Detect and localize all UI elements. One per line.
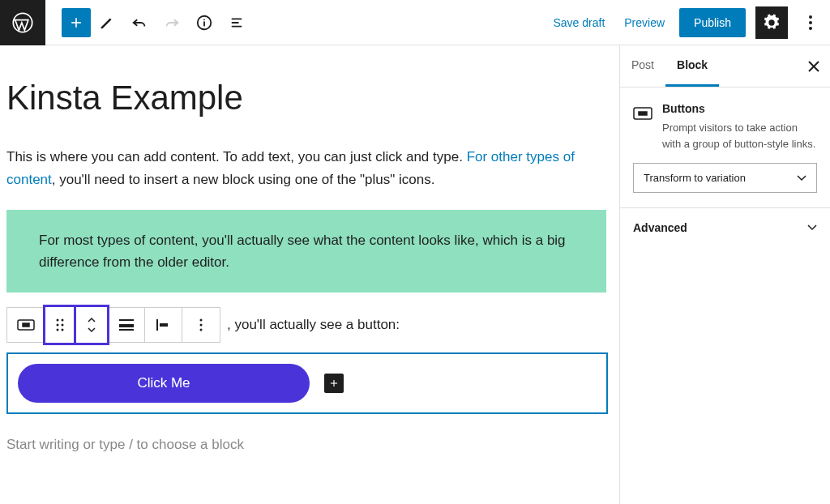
block-options-icon[interactable]: [182, 308, 220, 342]
svg-point-12: [61, 329, 63, 331]
block-mover-highlight: [43, 305, 109, 345]
save-draft-button[interactable]: Save draft: [548, 10, 610, 36]
svg-point-10: [61, 324, 63, 327]
svg-rect-17: [160, 323, 168, 327]
svg-rect-14: [119, 324, 134, 327]
svg-point-2: [809, 15, 812, 19]
drag-handle-icon[interactable]: [45, 307, 76, 343]
button-element[interactable]: Click Me: [18, 364, 310, 403]
buttons-block[interactable]: Click Me: [6, 352, 608, 414]
sidebar-tabs: Post Block: [620, 45, 830, 88]
settings-button[interactable]: [755, 6, 788, 39]
inline-text: , you'll actually see a button:: [227, 317, 400, 333]
block-toolbar: , you'll actually see a button:: [6, 307, 613, 343]
wordpress-logo[interactable]: [0, 0, 45, 45]
preview-button[interactable]: Preview: [619, 10, 670, 36]
tab-block[interactable]: Block: [665, 45, 719, 87]
paragraph-block[interactable]: This is where you can add content. To ad…: [6, 146, 606, 190]
redo-icon[interactable]: [157, 8, 186, 37]
svg-point-18: [200, 319, 203, 322]
svg-point-19: [200, 324, 203, 327]
svg-point-20: [200, 329, 203, 331]
svg-point-11: [56, 329, 58, 331]
block-name-label: Buttons: [662, 102, 817, 115]
svg-rect-16: [156, 319, 158, 331]
callout-block[interactable]: For most types of content, you'll actual…: [6, 210, 606, 293]
move-up-down-icon[interactable]: [76, 307, 107, 343]
align-icon[interactable]: [145, 308, 182, 342]
edit-mode-icon[interactable]: [92, 8, 122, 37]
add-block-button[interactable]: [62, 8, 91, 37]
svg-rect-15: [119, 329, 134, 331]
editor-topbar: Save draft Preview Publish: [0, 0, 830, 45]
svg-rect-22: [639, 112, 647, 115]
block-description: Prompt visitors to take action with a gr…: [662, 120, 817, 152]
settings-sidebar: Post Block Buttons Prompt visitors to ta…: [619, 45, 830, 504]
close-sidebar-icon[interactable]: [798, 45, 830, 87]
justify-icon[interactable]: [108, 308, 145, 342]
buttons-block-icon: [633, 104, 652, 123]
svg-point-4: [809, 27, 812, 30]
more-options-button[interactable]: [798, 6, 824, 39]
info-icon[interactable]: [190, 8, 219, 37]
publish-button[interactable]: Publish: [679, 8, 746, 37]
svg-point-3: [809, 21, 812, 24]
transform-variation-select[interactable]: Transform to variation: [633, 163, 817, 193]
svg-point-8: [61, 319, 63, 322]
svg-rect-6: [23, 323, 29, 327]
block-info-section: Buttons Prompt visitors to take action w…: [620, 88, 830, 208]
advanced-panel[interactable]: Advanced: [620, 208, 830, 247]
add-button-icon[interactable]: [324, 374, 344, 393]
post-title[interactable]: Kinsta Example: [6, 78, 613, 118]
empty-paragraph-placeholder[interactable]: Start writing or type / to choose a bloc…: [6, 437, 613, 453]
svg-point-7: [56, 319, 58, 322]
block-type-icon[interactable]: [7, 308, 45, 342]
svg-rect-13: [119, 319, 134, 321]
outline-icon[interactable]: [222, 8, 251, 37]
editor-canvas: Kinsta Example This is where you can add…: [0, 45, 619, 504]
undo-icon[interactable]: [125, 8, 154, 37]
svg-point-9: [56, 324, 58, 327]
tab-post[interactable]: Post: [620, 45, 665, 87]
